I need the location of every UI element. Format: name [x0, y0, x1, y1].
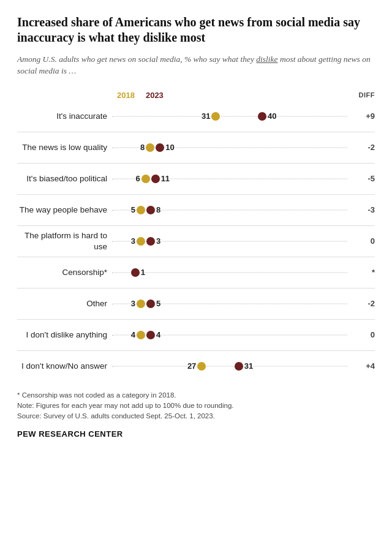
chart-row: Other35-2	[17, 291, 375, 317]
chart-row: I don't know/No answer2731+4	[17, 353, 375, 379]
dotted-line	[112, 272, 347, 273]
diff-header: DIFF	[347, 91, 375, 99]
dot-2023	[151, 175, 160, 183]
dot-2018	[137, 237, 145, 246]
row-divider	[17, 350, 375, 351]
diff-value: -3	[347, 205, 375, 214]
dot-2023	[156, 143, 164, 152]
row-label: I don't know/No answer	[17, 361, 112, 372]
diff-value: +4	[347, 361, 375, 371]
row-divider	[17, 257, 375, 257]
dot-area: 611	[112, 168, 347, 190]
dot-area: 33	[112, 230, 347, 252]
dot-2023	[146, 331, 155, 339]
row-label: I don't dislike anything	[17, 330, 112, 341]
dot-area: 44	[112, 324, 347, 346]
chart-row: It's biased/too political611-5	[17, 166, 375, 192]
dot-2018	[146, 143, 154, 152]
footnote-2: Note: Figures for each year may not add …	[17, 401, 375, 411]
dot-area: 35	[112, 293, 347, 315]
chart-row: Censorship*1*	[17, 260, 375, 285]
footnotes: * Censorship was not coded as a category…	[17, 390, 375, 422]
chart-header: 2018 2023 DIFF	[17, 91, 375, 100]
row-label: It's biased/too political	[17, 173, 112, 184]
dot-2018	[137, 300, 145, 308]
diff-value: *	[347, 268, 375, 277]
dot-2023	[131, 268, 140, 277]
dot-area: 2731	[112, 355, 347, 377]
pew-label: PEW RESEARCH CENTER	[17, 429, 375, 439]
dot-area: 810	[112, 137, 347, 159]
diff-value: -5	[347, 174, 375, 183]
year-2018-header: 2018	[117, 91, 135, 100]
diff-value: -2	[347, 143, 375, 152]
dot-2023	[146, 206, 155, 214]
chart-row: It's inaccurate3140+9	[17, 104, 375, 129]
row-label: Censorship*	[17, 267, 112, 278]
dot-2018	[137, 331, 145, 339]
row-divider	[17, 163, 375, 164]
dotted-line	[112, 116, 347, 116]
dotted-line	[112, 366, 347, 366]
row-label: Other	[17, 298, 112, 309]
footnote-1: * Censorship was not coded as a category…	[17, 390, 375, 401]
chart-subtitle: Among U.S. adults who get news on social…	[17, 54, 375, 77]
chart-row: The platform is hard to use330	[17, 228, 375, 254]
dot-2018	[141, 175, 150, 183]
dot-area: 1	[112, 262, 347, 284]
dot-2018	[137, 206, 145, 214]
dot-area: 58	[112, 199, 347, 221]
row-divider	[17, 319, 375, 320]
row-label: It's inaccurate	[17, 111, 112, 122]
footnote-3: Source: Survey of U.S. adults conducted …	[17, 411, 375, 421]
row-divider	[17, 194, 375, 195]
chart-container: Increased share of Americans who get new…	[17, 15, 375, 439]
chart-row: The way people behave58-3	[17, 197, 375, 223]
chart-row: The news is low quality810-2	[17, 135, 375, 160]
row-label: The news is low quality	[17, 142, 112, 153]
dot-2023	[146, 237, 155, 246]
row-label: The way people behave	[17, 205, 112, 216]
dot-2023	[146, 300, 155, 308]
diff-value: 0	[347, 236, 375, 246]
diff-value: 0	[347, 330, 375, 339]
chart-row: I don't dislike anything440	[17, 322, 375, 348]
dot-2023	[235, 362, 243, 371]
diff-value: -2	[347, 299, 375, 308]
row-divider	[17, 288, 375, 288]
chart-title: Increased share of Americans who get new…	[17, 15, 375, 45]
row-divider	[17, 225, 375, 226]
row-divider	[17, 132, 375, 132]
dot-2023	[258, 112, 266, 121]
diff-value: +9	[347, 111, 375, 121]
dot-2018	[197, 362, 206, 371]
dot-2018	[211, 112, 220, 121]
chart-rows: It's inaccurate3140+9The news is low qua…	[17, 104, 375, 379]
dot-area: 3140	[112, 105, 347, 127]
row-label: The platform is hard to use	[17, 230, 112, 252]
year-2023-header: 2023	[146, 91, 164, 100]
